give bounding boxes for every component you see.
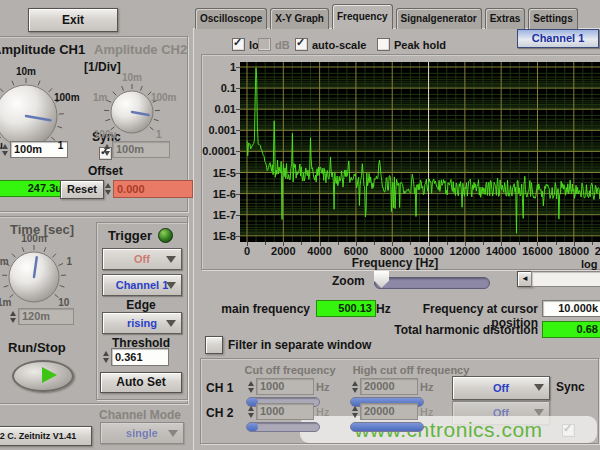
filter-channel-label-ch-2: CH 2 (206, 406, 233, 420)
y-tick-label: 1E-5 (198, 167, 236, 179)
y-tick (236, 215, 240, 216)
db-checkbox[interactable] (258, 38, 271, 51)
spectrum-plot[interactable] (240, 62, 600, 242)
low-cutoff-spinner-arrows-ch-1[interactable] (246, 379, 256, 395)
offset-ch2-value[interactable]: 0.000 (113, 180, 193, 198)
time-spinner-arrows[interactable] (8, 309, 18, 325)
high-cutoff-slider-fill-ch-2 (351, 423, 423, 431)
zoom-slider[interactable] (374, 277, 490, 289)
filter-channel-label-ch-1: CH 1 (206, 381, 233, 395)
x-tick (429, 242, 430, 246)
y-tick-label: 1E-7 (198, 209, 236, 221)
x-tick (301, 242, 302, 245)
amplitude-ch2-value[interactable]: 100m (112, 141, 170, 158)
x-tick (465, 242, 466, 246)
high-cutoff-unit-ch-2: Hz (420, 406, 433, 418)
knob-scale-label: 100u (0, 139, 3, 150)
main-frequency-value: 500.13 (316, 300, 376, 317)
filter-separate-window-checkbox[interactable] (205, 336, 223, 354)
low-cutoff-value-ch-1[interactable]: 1000 (256, 378, 314, 395)
x-tick (247, 242, 248, 246)
display-option-auto-scale[interactable]: auto-scale (295, 38, 366, 51)
y-tick (236, 67, 240, 68)
tab-signalgenerator[interactable]: Signalgenerator (396, 8, 482, 29)
knob-scale-label: 1 (67, 255, 73, 266)
x-tick (356, 242, 357, 246)
knob-scale-label: 100u (94, 129, 117, 140)
x-tick (320, 242, 321, 246)
peak-hold-checkbox[interactable] (377, 38, 390, 51)
channel-mode-label: Channel Mode (94, 408, 186, 422)
threshold-value[interactable]: 0.361 (111, 348, 169, 366)
x-tick (483, 242, 484, 245)
tab-oscilloscope[interactable]: Oscilloscope (195, 8, 267, 29)
trigger-edge-dropdown[interactable]: rising (102, 312, 182, 334)
auto-scale-checkbox[interactable] (295, 38, 308, 51)
app-window: Exit Amplitude CH1 Amplitude CH2 [1/Div]… (0, 0, 600, 450)
channel-select-button[interactable]: Channel 1 (517, 29, 599, 48)
tab-extras[interactable]: Extras (485, 8, 526, 29)
trigger-mode-dropdown[interactable]: Off (102, 248, 182, 270)
tab-frequency[interactable]: Frequency (332, 4, 393, 29)
tab-bar: OscilloscopeX-Y GraphFrequencySignalgene… (195, 4, 578, 29)
filter-separate-window-label: Filter in separate window (228, 338, 371, 352)
run-stop-button[interactable] (12, 360, 74, 392)
x-tick (556, 242, 557, 245)
channel-mode-dropdown[interactable]: single (100, 422, 184, 444)
display-option-peak-hold[interactable]: Peak hold (377, 38, 446, 51)
x-axis-title: Frequency [Hz] (290, 256, 500, 270)
trigger-mode-value: Off (134, 253, 150, 265)
time-value[interactable]: 120m (18, 308, 74, 325)
trigger-source-value: Channel 1 (116, 279, 169, 291)
y-tick (236, 151, 240, 152)
low-cutoff-slider-ch-2[interactable] (246, 422, 320, 432)
high-cutoff-value-ch-1[interactable]: 20000 (360, 378, 418, 395)
log-checkbox[interactable] (232, 38, 245, 51)
amplitude-ch2-spinner-arrows[interactable] (102, 142, 112, 158)
offset-reset-button[interactable]: Reset (60, 180, 104, 199)
low-cutoff-header: Cut off frequency (240, 364, 340, 376)
thd-value: 0.68 (542, 321, 600, 338)
y-tick-label: 0.0001 (198, 145, 236, 157)
y-tick (236, 130, 240, 131)
y-tick (236, 194, 240, 195)
x-tick (537, 242, 538, 246)
amplitude-unit-label: [1/Div] (84, 60, 121, 74)
offset-ch2-spinner-arrows[interactable] (103, 181, 113, 197)
threshold-spinner-arrows[interactable] (101, 349, 111, 365)
y-tick-label: 1E-6 (198, 188, 236, 200)
x-tick (392, 242, 393, 246)
high-cutoff-unit-ch-1: Hz (420, 381, 433, 393)
auto-set-button[interactable]: Auto Set (100, 372, 182, 393)
knob-scale-label: 10m (16, 66, 36, 77)
low-cutoff-value-ch-2[interactable]: 1000 (256, 403, 314, 420)
high-cutoff-spinner-arrows-ch-1[interactable] (350, 379, 360, 395)
knob-scale-label: 10m (122, 72, 142, 83)
y-tick-label: 1 (198, 61, 236, 73)
version-button[interactable]: 012 C. Zeitnitz V1.41 (0, 426, 92, 446)
y-tick-label: 0.01 (198, 103, 236, 115)
high-cutoff-value-ch-2[interactable]: 20000 (360, 403, 418, 420)
high-cutoff-spinner-arrows-ch-2[interactable] (350, 404, 360, 420)
low-cutoff-spinner-arrows-ch-2[interactable] (246, 404, 256, 420)
x-tick-label: 20000 (588, 245, 600, 257)
x-log-label: log (581, 258, 598, 270)
knob-scale-label: 100m (21, 233, 47, 244)
x-tick (265, 242, 266, 245)
plot-scrollbar[interactable] (531, 271, 600, 287)
x-tick (374, 242, 375, 245)
cursor-frequency-value: 10.000k (542, 300, 600, 317)
display-option-db[interactable]: dB (258, 38, 290, 51)
trigger-title: Trigger (108, 228, 152, 243)
trigger-source-dropdown[interactable]: Channel 1 (102, 274, 182, 296)
offset-label: Offset (88, 164, 123, 178)
auto-scale-label: auto-scale (312, 39, 366, 51)
knob-scale-label: 1m (93, 92, 107, 103)
low-cutoff-unit-ch-1: Hz (316, 381, 329, 393)
exit-button[interactable]: Exit (28, 8, 118, 32)
filter-mode-ch1-dropdown[interactable]: Off (452, 376, 550, 400)
tab-x-y-graph[interactable]: X-Y Graph (270, 8, 329, 29)
tab-settings[interactable]: Settings (528, 8, 577, 29)
filter-mode-ch1-value: Off (493, 382, 509, 394)
high-cutoff-slider-ch-2[interactable] (350, 422, 424, 432)
